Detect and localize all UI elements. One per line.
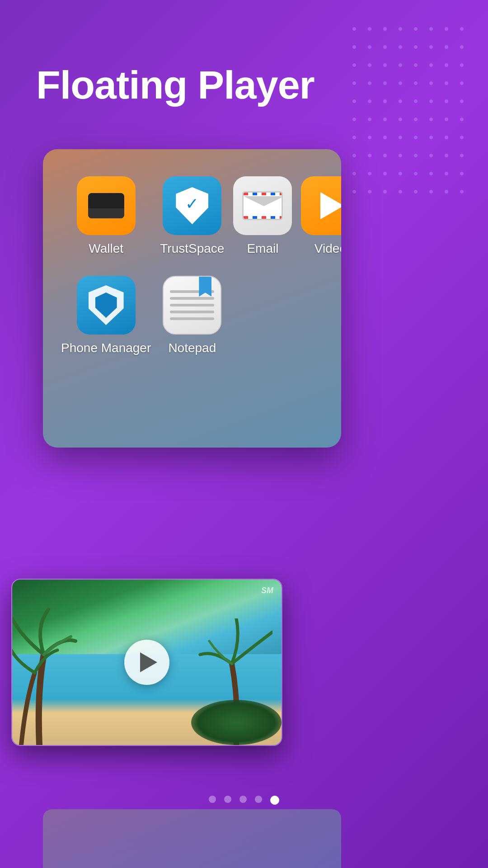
page-title: Floating Player: [36, 63, 314, 107]
video-background: SM: [12, 580, 282, 745]
notepad-line-3: [170, 304, 214, 307]
page-dot-2[interactable]: [224, 796, 231, 803]
app-label-email: Email: [247, 241, 278, 256]
floating-video-player[interactable]: SM: [11, 579, 282, 746]
video-play-button[interactable]: [124, 640, 169, 685]
app-item-phonemanager[interactable]: Phone Manager: [56, 267, 155, 366]
trustspace-icon: ✓: [163, 176, 221, 235]
shield-shape: ✓: [176, 187, 208, 224]
page-indicators: [0, 796, 488, 805]
phone-mockup: Wallet ✓ TrustSpace Email: [43, 149, 341, 448]
shield-pm-inner: [95, 292, 117, 318]
notepad-line-5: [170, 317, 214, 320]
email-flap: [244, 196, 283, 206]
page-dot-5-active[interactable]: [270, 796, 279, 805]
notepad-lines: [164, 286, 221, 325]
next-slide-peek: [43, 809, 341, 868]
notepad-line-4: [170, 311, 214, 313]
email-stripe-top: [244, 193, 282, 195]
app-item-video[interactable]: Video: [296, 167, 341, 267]
shield-check-icon: ✓: [185, 194, 199, 213]
app-grid: Wallet ✓ TrustSpace Email: [43, 149, 341, 375]
email-icon: [233, 176, 292, 235]
dot-pattern-decoration: (function() { const dp = document.queryS…: [352, 27, 479, 208]
app-item-wallet[interactable]: Wallet: [56, 167, 155, 267]
wallet-icon: [77, 176, 136, 235]
video-watermark: SM: [261, 586, 273, 595]
app-label-trustspace: TrustSpace: [160, 241, 224, 256]
video-icon: [301, 176, 341, 235]
notepad-line-2: [170, 297, 214, 300]
shield-pm-outer: [89, 285, 124, 325]
app-item-email[interactable]: Email: [229, 167, 296, 267]
email-stripe-bottom: [244, 216, 282, 219]
app-label-notepad: Notepad: [168, 341, 216, 355]
phonemanager-icon: [77, 276, 136, 335]
app-label-phonemanager: Phone Manager: [61, 341, 151, 355]
page-dot-3[interactable]: [239, 796, 247, 803]
notepad-icon: [163, 276, 221, 335]
app-label-video: Video: [314, 241, 341, 256]
app-item-trustspace[interactable]: ✓ TrustSpace: [155, 167, 229, 267]
app-label-wallet: Wallet: [89, 241, 123, 256]
page-dot-4[interactable]: [255, 796, 262, 803]
page-dot-1[interactable]: [209, 796, 216, 803]
email-envelope: [242, 191, 283, 220]
app-item-notepad[interactable]: Notepad: [155, 267, 229, 366]
video-play-triangle: [320, 192, 341, 219]
palm-left-svg: [12, 600, 125, 745]
play-triangle-icon: [140, 652, 157, 672]
wallet-inner: [88, 193, 124, 218]
